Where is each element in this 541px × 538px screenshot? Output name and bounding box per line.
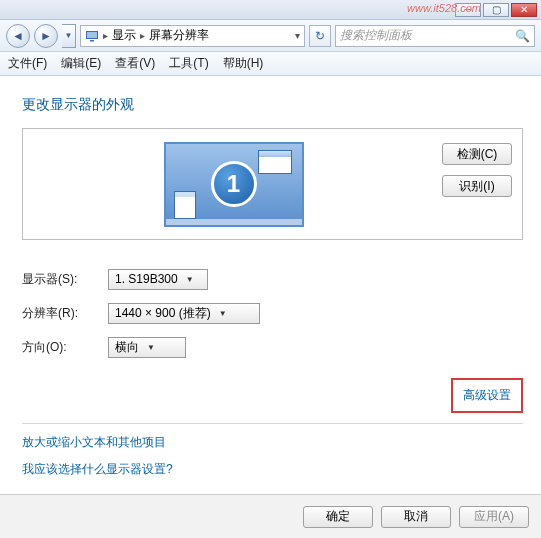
- cancel-button[interactable]: 取消: [381, 506, 451, 528]
- taskbar-glyph: [166, 219, 302, 225]
- extra-links: 放大或缩小文本和其他项目 我应该选择什么显示器设置?: [22, 434, 523, 478]
- arrow-right-icon: ►: [40, 29, 52, 43]
- ok-button[interactable]: 确定: [303, 506, 373, 528]
- display-preview-row: 1 检测(C) 识别(I): [22, 128, 523, 240]
- nav-history-dropdown[interactable]: ▼: [62, 24, 76, 48]
- close-button[interactable]: ✕: [511, 3, 537, 17]
- monitor-icon: [85, 29, 99, 43]
- menu-tools[interactable]: 工具(T): [169, 55, 208, 72]
- refresh-icon: ↻: [315, 29, 325, 43]
- settings-block: 显示器(S): 1. S19B300 ▼ 分辨率(R): 1440 × 900 …: [22, 262, 523, 364]
- menu-help[interactable]: 帮助(H): [223, 55, 264, 72]
- svg-rect-1: [87, 32, 97, 38]
- monitor-thumbnail: 1: [164, 142, 304, 227]
- orientation-row: 方向(O): 横向 ▼: [22, 330, 523, 364]
- window-glyph-icon: [174, 191, 196, 219]
- search-placeholder: 搜索控制面板: [340, 27, 412, 44]
- content-area: 更改显示器的外观 1 检测(C) 识别(I) 显示器(S): 1. S19B30…: [0, 76, 541, 478]
- resolution-value: 1440 × 900 (推荐): [115, 305, 211, 322]
- watermark-text: www.it528.com: [407, 2, 481, 14]
- monitor-number-badge: 1: [211, 161, 257, 207]
- resolution-label: 分辨率(R):: [22, 305, 108, 322]
- display-label: 显示器(S):: [22, 271, 108, 288]
- orientation-value: 横向: [115, 339, 139, 356]
- which-settings-link[interactable]: 我应该选择什么显示器设置?: [22, 461, 523, 478]
- window-title-bar: www.it528.com ─ ▢ ✕: [0, 0, 541, 20]
- window-glyph-icon: [258, 150, 292, 174]
- breadcrumb-display: 显示: [112, 27, 136, 44]
- address-breadcrumb[interactable]: ▸ 显示 ▸ 屏幕分辨率 ▾: [80, 25, 305, 47]
- detect-button[interactable]: 检测(C): [442, 143, 512, 165]
- page-title: 更改显示器的外观: [22, 96, 523, 114]
- svg-rect-2: [90, 40, 94, 42]
- search-input[interactable]: 搜索控制面板 🔍: [335, 25, 535, 47]
- chevron-right-icon: ▸: [140, 30, 145, 41]
- maximize-button[interactable]: ▢: [483, 3, 509, 17]
- advanced-settings-link[interactable]: 高级设置: [463, 388, 511, 402]
- display-dropdown[interactable]: 1. S19B300 ▼: [108, 269, 208, 290]
- orientation-label: 方向(O):: [22, 339, 108, 356]
- forward-button[interactable]: ►: [34, 24, 58, 48]
- menu-bar: 文件(F) 编辑(E) 查看(V) 工具(T) 帮助(H): [0, 52, 541, 76]
- display-value: 1. S19B300: [115, 272, 178, 286]
- search-icon: 🔍: [515, 29, 530, 43]
- advanced-link-highlight: 高级设置: [451, 378, 523, 413]
- preview-side-buttons: 检测(C) 识别(I): [442, 139, 512, 229]
- navigation-row: ◄ ► ▼ ▸ 显示 ▸ 屏幕分辨率 ▾ ↻ 搜索控制面板 🔍: [0, 20, 541, 52]
- orientation-dropdown[interactable]: 横向 ▼: [108, 337, 186, 358]
- apply-button[interactable]: 应用(A): [459, 506, 529, 528]
- resolution-dropdown[interactable]: 1440 × 900 (推荐) ▼: [108, 303, 260, 324]
- display-row: 显示器(S): 1. S19B300 ▼: [22, 262, 523, 296]
- chevron-down-icon: ▼: [147, 343, 155, 352]
- arrow-left-icon: ◄: [12, 29, 24, 43]
- footer-bar: 确定 取消 应用(A): [0, 494, 541, 538]
- menu-file[interactable]: 文件(F): [8, 55, 47, 72]
- resolution-row: 分辨率(R): 1440 × 900 (推荐) ▼: [22, 296, 523, 330]
- chevron-down-icon: ▼: [219, 309, 227, 318]
- breadcrumb-resolution: 屏幕分辨率: [149, 27, 209, 44]
- menu-edit[interactable]: 编辑(E): [61, 55, 101, 72]
- identify-button[interactable]: 识别(I): [442, 175, 512, 197]
- chevron-down-icon: ▼: [186, 275, 194, 284]
- chevron-right-icon: ▸: [103, 30, 108, 41]
- refresh-button[interactable]: ↻: [309, 25, 331, 47]
- chevron-down-icon[interactable]: ▾: [295, 30, 300, 41]
- menu-view[interactable]: 查看(V): [115, 55, 155, 72]
- separator: [22, 423, 523, 424]
- display-preview[interactable]: 1: [33, 139, 434, 229]
- text-size-link[interactable]: 放大或缩小文本和其他项目: [22, 434, 523, 451]
- back-button[interactable]: ◄: [6, 24, 30, 48]
- advanced-link-box: 高级设置: [22, 378, 523, 413]
